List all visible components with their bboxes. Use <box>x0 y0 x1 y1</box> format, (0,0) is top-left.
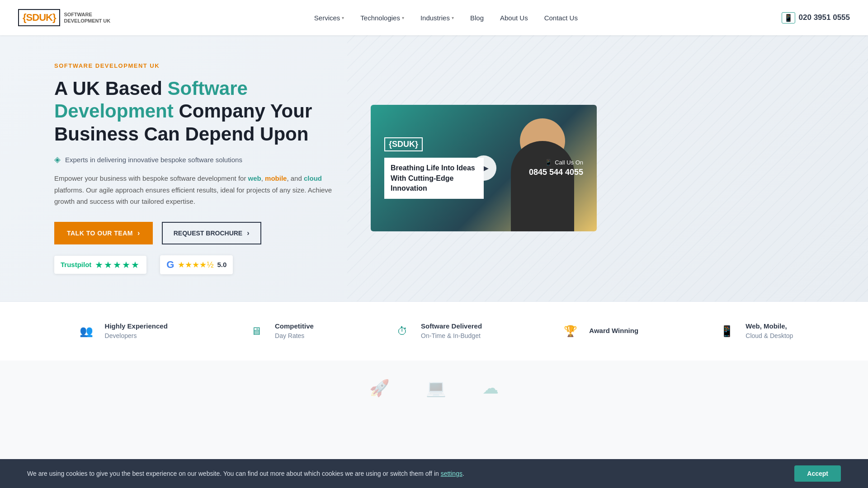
logo-bracket-close: } <box>52 12 56 23</box>
phone-icon: 📱 <box>782 12 795 23</box>
video-call-number: 0845 544 4055 <box>529 168 583 177</box>
feature-dayrates-text: Competitive Day Rates <box>275 321 314 341</box>
trustpilot-badge: Trustpilot ★★★★★ <box>54 256 146 274</box>
feature-platforms-text: Web, Mobile, Cloud & Desktop <box>745 321 793 341</box>
trust-row: Trustpilot ★★★★★ G ★★★★½ 5.0 <box>54 255 344 274</box>
chevron-down-icon: ▾ <box>342 15 344 20</box>
phone-number[interactable]: 📱 020 3951 0555 <box>782 12 850 23</box>
video-logo: {SDUK} <box>384 137 423 151</box>
bottom-icon-2: 💻 <box>426 379 446 398</box>
feature-experienced: 👥 Highly Experienced Developers <box>75 320 168 343</box>
hero-subtitle: ◈ Experts in delivering innovative bespo… <box>54 155 344 164</box>
nav-links: Services ▾ Technologies ▾ Industries ▾ B… <box>314 14 578 22</box>
video-text: {SDUK} Breathing Life Into Ideas With Cu… <box>384 137 484 199</box>
video-card[interactable]: {SDUK} Breathing Life Into Ideas With Cu… <box>371 105 597 231</box>
logo-sd: SD <box>26 12 39 23</box>
feature-platforms: 📱 Web, Mobile, Cloud & Desktop <box>716 320 793 343</box>
feature-ontime-label: Software Delivered <box>421 321 482 332</box>
feature-award-text: Award Winning <box>589 326 638 336</box>
feature-ontime: ⏱ Software Delivered On-Time & In-Budget <box>391 320 482 343</box>
arrow-right-icon: › <box>247 229 249 237</box>
bottom-icon-1: 🚀 <box>369 379 390 398</box>
trophy-icon: 🏆 <box>559 320 582 343</box>
feature-platforms-label: Web, Mobile, <box>745 321 793 332</box>
chevron-down-icon: ▾ <box>402 15 404 20</box>
features-bar: 👥 Highly Experienced Developers 🖥 Compet… <box>0 301 868 361</box>
hero-section: SOFTWARE DEVELOPMENT UK A UK Based Softw… <box>0 35 868 301</box>
link-cloud[interactable]: cloud <box>304 174 322 182</box>
logo-mark: {SDUK} <box>18 9 60 26</box>
google-stars: ★★★★½ <box>178 260 213 270</box>
link-mobile[interactable]: mobile <box>265 174 287 182</box>
logo-bracket-open: { <box>23 12 26 23</box>
feature-ontime-sublabel: On-Time & In-Budget <box>421 331 482 341</box>
hero-body: Empower your business with bespoke softw… <box>54 173 344 207</box>
chevron-down-icon: ▾ <box>452 15 454 20</box>
hero-title: A UK Based Software Development Company … <box>54 77 344 145</box>
feature-experienced-sublabel: Developers <box>105 331 168 341</box>
trustpilot-logo: Trustpilot <box>61 261 91 268</box>
feature-experienced-text: Highly Experienced Developers <box>105 321 168 341</box>
clock-icon: ⏱ <box>391 320 414 343</box>
platforms-icon: 📱 <box>716 320 738 343</box>
google-score: 5.0 <box>217 261 226 268</box>
hero-left: SOFTWARE DEVELOPMENT UK A UK Based Softw… <box>54 62 344 274</box>
arrow-right-icon: › <box>137 229 140 237</box>
logo[interactable]: {SDUK} SOFTWARE DEVELOPMENT UK <box>18 9 110 26</box>
feature-dayrates: 🖥 Competitive Day Rates <box>245 320 314 343</box>
talk-to-team-button[interactable]: TALK TO OUR TEAM › <box>54 222 153 244</box>
hero-right: {SDUK} Breathing Life Into Ideas With Cu… <box>371 105 597 231</box>
trustpilot-stars: ★★★★★ <box>95 259 140 270</box>
hero-buttons: TALK TO OUR TEAM › REQUEST BROCHURE › <box>54 222 344 244</box>
feature-ontime-text: Software Delivered On-Time & In-Budget <box>421 321 482 341</box>
video-call: 📱 Call Us On 0845 544 4055 <box>529 159 583 177</box>
feature-dayrates-sublabel: Day Rates <box>275 331 314 341</box>
dayrates-icon: 🖥 <box>245 320 268 343</box>
feature-platforms-sublabel: Cloud & Desktop <box>745 331 793 341</box>
nav-contact[interactable]: Contact Us <box>544 14 578 22</box>
navbar: {SDUK} SOFTWARE DEVELOPMENT UK Services … <box>0 0 868 35</box>
video-tagline: Breathing Life Into Ideas With Cutting-E… <box>384 158 484 199</box>
feature-award: 🏆 Award Winning <box>559 320 638 343</box>
developers-icon: 👥 <box>75 320 98 343</box>
nav-industries[interactable]: Industries ▾ <box>420 14 454 22</box>
google-icon: G <box>166 259 174 271</box>
nav-services[interactable]: Services ▾ <box>314 14 344 22</box>
logo-uk: UK <box>39 12 52 23</box>
feature-award-label: Award Winning <box>589 326 638 336</box>
google-badge: G ★★★★½ 5.0 <box>160 255 233 274</box>
hero-tagline: SOFTWARE DEVELOPMENT UK <box>54 62 344 69</box>
hero-title-part1: A UK Based <box>54 78 168 99</box>
diamond-icon: ◈ <box>54 155 61 164</box>
nav-technologies[interactable]: Technologies ▾ <box>360 14 404 22</box>
feature-dayrates-label: Competitive <box>275 321 314 332</box>
bottom-icon-3: ☁ <box>482 379 499 398</box>
nav-blog[interactable]: Blog <box>470 14 484 22</box>
phone-small-icon: 📱 <box>545 159 552 166</box>
request-brochure-button[interactable]: REQUEST BROCHURE › <box>162 222 261 244</box>
link-web[interactable]: web <box>248 174 261 182</box>
nav-about[interactable]: About Us <box>500 14 528 22</box>
bottom-section: 🚀 💻 ☁ <box>0 361 868 416</box>
video-call-label: 📱 Call Us On <box>529 159 583 166</box>
feature-experienced-label: Highly Experienced <box>105 321 168 332</box>
logo-text: SOFTWARE DEVELOPMENT UK <box>64 11 110 24</box>
